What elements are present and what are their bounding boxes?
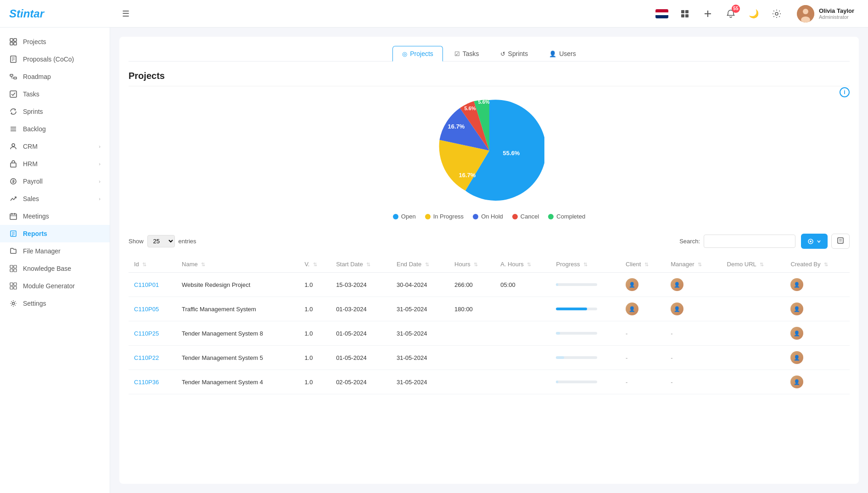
header-icons: 55 🌙 Olivia Taylor Administrator <box>655 3 859 24</box>
sales-arrow-icon: › <box>99 196 101 202</box>
filter-button[interactable] <box>801 234 828 249</box>
sidebar-item-label: HRM <box>23 160 93 168</box>
project-id[interactable]: C110P22 <box>134 354 159 361</box>
sidebar-item-tasks[interactable]: Tasks <box>0 85 110 103</box>
theme-toggle-icon[interactable]: 🌙 <box>746 6 761 21</box>
col-demo-url[interactable]: Demo URL ⇅ <box>722 256 785 273</box>
svg-rect-43 <box>10 286 13 289</box>
project-a-hours <box>495 321 550 346</box>
sidebar-item-label: Projects <box>23 38 101 45</box>
sidebar-item-sales[interactable]: Sales › <box>0 190 110 207</box>
project-demo-url <box>722 370 785 394</box>
sidebar-item-hrm[interactable]: HRM › <box>0 155 110 173</box>
svg-point-26 <box>12 144 15 146</box>
flag-icon[interactable] <box>655 6 669 21</box>
settings-icon[interactable] <box>769 6 784 21</box>
project-start-date: 02-05-2024 <box>330 370 391 394</box>
sidebar-item-backlog[interactable]: Backlog <box>0 120 110 138</box>
sidebar-item-label: Sales <box>23 195 93 202</box>
pie-chart: 55.6% 16.7% 16.7% 5.6% 5.6% <box>434 95 544 206</box>
hamburger-button[interactable]: ☰ <box>122 9 129 19</box>
col-client[interactable]: Client ⇅ <box>620 256 665 273</box>
sidebar-item-label: Knowledge Base <box>23 265 101 272</box>
sidebar-item-roadmap[interactable]: Roadmap <box>0 68 110 85</box>
tab-projects[interactable]: ◎ Projects <box>392 46 443 62</box>
project-id[interactable]: C110P05 <box>134 306 159 313</box>
project-created-by: 👤 <box>785 321 850 346</box>
svg-point-52 <box>810 241 812 242</box>
col-progress[interactable]: Progress ⇅ <box>550 256 620 273</box>
crm-icon <box>9 142 17 151</box>
sidebar-item-crm[interactable]: CRM › <box>0 138 110 155</box>
col-id[interactable]: Id ⇅ <box>129 256 176 273</box>
legend-open-dot <box>393 214 398 219</box>
export-button[interactable] <box>831 234 850 249</box>
search-input[interactable] <box>704 235 795 248</box>
tab-users[interactable]: 👤 Users <box>539 46 586 62</box>
legend-inprogress-label: In Progress <box>433 213 464 220</box>
legend-inprogress-dot <box>425 214 431 219</box>
legend-cancel: Cancel <box>512 213 539 220</box>
avatar <box>797 5 814 22</box>
entries-select[interactable]: 25 50 100 <box>147 235 175 247</box>
table-body: C110P01 Website Redesign Project 1.0 15-… <box>129 273 850 394</box>
project-hours <box>449 321 495 346</box>
search-area: Search: <box>679 235 795 248</box>
project-id[interactable]: C110P01 <box>134 281 159 288</box>
notification-icon[interactable]: 55 <box>723 6 738 21</box>
project-manager: 👤 <box>665 297 721 321</box>
col-end-date[interactable]: End Date ⇅ <box>391 256 449 273</box>
sidebar-item-reports[interactable]: Reports <box>0 225 110 242</box>
tab-tasks-label: Tasks <box>463 50 479 57</box>
project-id[interactable]: C110P25 <box>134 330 159 337</box>
col-manager[interactable]: Manager ⇅ <box>665 256 721 273</box>
sales-icon <box>9 195 17 203</box>
user-profile[interactable]: Olivia Taylor Administrator <box>792 3 859 24</box>
col-version[interactable]: V. ⇅ <box>299 256 330 273</box>
project-id[interactable]: C110P36 <box>134 379 159 386</box>
sidebar-item-label: Reports <box>23 230 101 237</box>
sidebar-item-sprints[interactable]: Sprints <box>0 103 110 120</box>
sidebar-item-label: Module Generator <box>23 282 101 290</box>
sidebar-item-label: Payroll <box>23 178 93 185</box>
sidebar-item-file-manager[interactable]: File Manager <box>0 242 110 260</box>
tab-sprints[interactable]: ↺ Sprints <box>491 46 538 62</box>
tab-sprints-label: Sprints <box>508 50 528 57</box>
main-inner: i ◎ Projects ☑ Tasks ↺ Sprints 👤 Users <box>119 37 859 484</box>
project-created-by: 👤 <box>785 370 850 394</box>
sidebar-item-projects[interactable]: Projects <box>0 33 110 50</box>
project-a-hours <box>495 370 550 394</box>
sidebar-item-proposals[interactable]: Proposals (CoCo) <box>0 50 110 68</box>
plus-icon[interactable] <box>700 6 715 21</box>
legend-completed: Completed <box>548 213 585 220</box>
sidebar-item-payroll[interactable]: Payroll › <box>0 173 110 190</box>
project-client: 👤 <box>620 273 665 297</box>
legend-inprogress: In Progress <box>425 213 464 220</box>
table-row: C110P05 Traffic Management System 1.0 01… <box>129 297 850 321</box>
sidebar-nav: Projects Proposals (CoCo) Roadmap Tasks <box>0 28 110 493</box>
legend-cancel-dot <box>512 214 518 219</box>
info-icon[interactable]: i <box>840 87 850 97</box>
svg-rect-40 <box>14 269 17 272</box>
legend-open: Open <box>393 213 416 220</box>
project-progress <box>550 370 620 394</box>
svg-rect-39 <box>10 269 13 272</box>
col-a-hours[interactable]: A. Hours ⇅ <box>495 256 550 273</box>
tab-users-label: Users <box>559 50 576 57</box>
show-label: Show <box>129 238 144 245</box>
sidebar-item-knowledge-base[interactable]: Knowledge Base <box>0 260 110 277</box>
col-created-by[interactable]: Created By ⇅ <box>785 256 850 273</box>
table-row: C110P01 Website Redesign Project 1.0 15-… <box>129 273 850 297</box>
svg-rect-11 <box>14 39 17 41</box>
sidebar-item-module-generator[interactable]: Module Generator <box>0 277 110 295</box>
tab-tasks[interactable]: ☑ Tasks <box>445 46 489 62</box>
project-version: 1.0 <box>299 370 330 394</box>
grid-icon[interactable] <box>678 6 692 21</box>
col-name[interactable]: Name ⇅ <box>176 256 299 273</box>
sidebar-item-settings[interactable]: Settings <box>0 295 110 312</box>
col-hours[interactable]: Hours ⇅ <box>449 256 495 273</box>
col-start-date[interactable]: Start Date ⇅ <box>330 256 391 273</box>
svg-rect-10 <box>10 39 13 41</box>
file-manager-icon <box>9 247 17 255</box>
sidebar-item-meetings[interactable]: Meetings <box>0 207 110 225</box>
